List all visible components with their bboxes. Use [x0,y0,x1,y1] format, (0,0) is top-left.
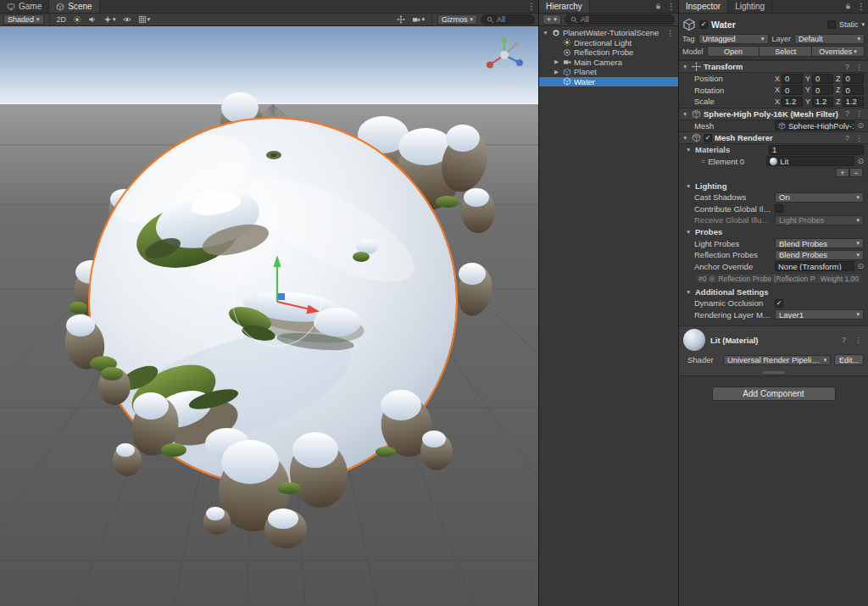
position-y-field[interactable]: 0 [812,74,833,84]
overrides-button[interactable]: Overrides▾ [812,47,864,56]
hierarchy-search-input[interactable]: All [565,14,675,25]
shader-dropdown[interactable]: Universal Render Pipeline/Lit ▾ [723,355,831,365]
shading-mode-dropdown[interactable]: Shaded ▾ [3,14,44,25]
tab-inspector[interactable]: Inspector [679,0,728,13]
help-icon[interactable]: ? [840,336,848,344]
transform-header[interactable]: ▼ Transform ? ⋮ [679,60,868,73]
dynamic-occlusion-checkbox[interactable]: ✓ [775,299,783,308]
contribute-gi-checkbox[interactable] [775,204,783,213]
foldout-closed-icon[interactable]: ▶ [553,69,560,75]
orientation-gizmo[interactable]: Persp [481,33,528,87]
remove-material-button[interactable]: − [849,168,863,177]
object-picker-icon[interactable]: ⊙ [857,262,864,270]
hierarchy-lock-icon[interactable] [651,0,665,13]
tab-lighting[interactable]: Lighting [728,0,772,13]
gameobject-name[interactable]: Water [711,19,736,30]
anchor-override-field[interactable]: None (Transform) [775,261,854,271]
tab-scene[interactable]: Scene [49,0,99,13]
grid-visibility-dropdown[interactable]: ▾ [136,14,153,25]
help-icon[interactable]: ? [843,109,851,118]
scene-camera-settings-dropdown[interactable]: ▾ [410,14,426,25]
foldout-open-icon[interactable]: ▼ [686,147,693,153]
rotation-y-field[interactable]: 0 [812,85,833,95]
drag-handle-icon[interactable]: = [701,157,705,165]
scene-pane-menu-icon[interactable]: ⋮ [525,0,538,13]
active-checkbox[interactable]: ✓ [699,20,708,29]
material-object-field[interactable]: Lit [766,156,854,166]
position-x-field[interactable]: 0 [782,74,803,84]
2d-toggle-button[interactable]: 2D [55,14,69,25]
reflection-probes-dropdown[interactable]: Blend Probes ▾ [775,250,864,260]
scale-z-field[interactable]: 1.2 [843,97,865,107]
edit-shader-button[interactable]: Edit... [834,354,864,365]
inspector-lock-icon[interactable] [841,0,854,13]
scene-options-icon[interactable]: ⋮ [664,29,676,37]
foldout-open-icon[interactable]: ▼ [682,111,689,117]
material-preview-sphere[interactable] [683,329,705,351]
static-checkbox[interactable] [827,20,836,29]
tab-hierarchy[interactable]: Hierarchy [539,0,590,13]
add-material-button[interactable]: + [836,168,849,177]
object-picker-icon[interactable]: ⊙ [857,157,864,165]
scene-tabbar-spacer [100,0,525,13]
materials-count-field[interactable]: 1 [769,145,864,155]
tab-game[interactable]: Game [0,0,49,13]
tool-handle-settings-button[interactable] [395,14,407,25]
gizmos-dropdown[interactable]: Gizmos ▾ [437,14,477,25]
mesh-filter-header[interactable]: ▼ Sphere-High Poly-16K (Mesh Filter) ? ⋮ [679,108,868,120]
scene-lighting-toggle[interactable] [71,14,83,25]
open-prefab-button[interactable]: Open [708,47,760,56]
chevron-down-icon[interactable]: ▾ [861,21,865,28]
effects-dropdown[interactable]: ▾ [102,14,118,25]
component-enabled-checkbox[interactable]: ✓ [704,134,712,142]
cast-shadows-dropdown[interactable]: On ▾ [775,192,864,203]
tag-dropdown[interactable]: Untagged ▾ [698,34,769,44]
component-menu-icon[interactable]: ⋮ [854,63,865,71]
foldout-closed-icon[interactable]: ▶ [553,58,560,65]
hierarchy-item-water[interactable]: Water [539,77,678,87]
inspector-menu-icon[interactable]: ⋮ [854,0,868,13]
scene-search-input[interactable]: All [481,14,535,25]
help-icon[interactable]: ? [843,134,851,142]
mesh-renderer-header[interactable]: ▼ ✓ Mesh Renderer ? ⋮ [679,131,868,144]
chevron-down-icon: ▾ [856,240,860,247]
rotation-z-field[interactable]: 0 [843,85,865,95]
hierarchy-item-directional-light[interactable]: Directional Light [539,38,678,48]
probes-section-foldout[interactable]: ▼ Probes [679,226,868,238]
object-picker-icon[interactable]: ⊙ [857,121,864,130]
light-probes-dropdown[interactable]: Blend Probes ▾ [775,238,864,248]
rotation-x-field[interactable]: 0 [782,85,803,95]
hierarchy-item-scene[interactable]: ▼ PlanetWater-TutorialScene ⋮ [539,28,678,38]
scene-visibility-toggle[interactable] [121,14,133,25]
static-label[interactable]: Static [839,20,859,29]
component-menu-icon[interactable]: ⋮ [854,109,865,118]
hierarchy-item-planet[interactable]: ▶ Planet [539,67,678,77]
hierarchy-item-main-camera[interactable]: ▶ Main Camera [539,58,678,68]
position-z-field[interactable]: 0 [843,74,865,84]
scale-x-field[interactable]: 1.2 [782,97,803,107]
hierarchy-item-reflection-probe[interactable]: Reflection Probe [539,47,678,58]
foldout-open-icon[interactable]: ▼ [682,135,689,141]
lighting-section-foldout[interactable]: ▼ Lighting [679,180,868,192]
component-menu-icon[interactable]: ⋮ [854,134,865,142]
foldout-open-icon[interactable]: ▼ [542,30,549,36]
add-component-button[interactable]: Add Component [712,386,836,401]
projection-label[interactable]: Persp [481,79,528,87]
create-object-button[interactable]: + ▾ [542,14,561,25]
rendering-layer-dropdown[interactable]: Layer1 ▾ [775,309,864,320]
tag-value: Untagged [703,35,736,43]
materials-foldout-row[interactable]: ▼ Materials 1 [679,144,868,156]
mesh-filter-icon [692,109,701,119]
scene-viewport[interactable]: Persp [0,26,538,606]
layer-dropdown[interactable]: Default ▾ [794,34,865,44]
help-icon[interactable]: ? [843,63,851,71]
additional-settings-foldout[interactable]: ▼ Additional Settings [679,286,868,297]
hierarchy-menu-icon[interactable]: ⋮ [665,0,678,13]
scene-audio-toggle[interactable] [86,14,98,25]
foldout-open-icon[interactable]: ▼ [682,64,689,69]
scale-y-field[interactable]: 1.2 [812,97,833,107]
material-menu-icon[interactable]: ⋮ [853,336,864,344]
mesh-object-field[interactable]: Sphere-HighPoly-16K [775,120,854,131]
select-prefab-button[interactable]: Select [760,47,812,56]
preview-resize-handle[interactable] [679,370,868,375]
